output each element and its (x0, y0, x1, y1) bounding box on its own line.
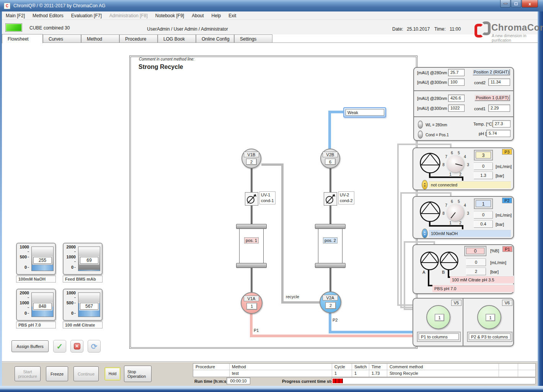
menu-main[interactable]: Main [F2] (6, 13, 25, 18)
time-label: Time: (434, 26, 446, 32)
tab-flowsheet[interactable]: Flowsheet (2, 34, 43, 43)
col-comment: Comment method (387, 364, 499, 370)
maximize-icon (514, 2, 518, 5)
gauge-bar: 69 (78, 247, 100, 271)
buffer-gauge-feed-label: Feed BMS mAb (63, 276, 103, 283)
refresh-button[interactable]: ⟳ (88, 340, 101, 353)
tab-procedure[interactable]: Procedure (119, 34, 158, 43)
close-button[interactable]: x (522, 0, 538, 8)
confirm-button[interactable]: ✓ (53, 340, 66, 353)
abs280-pos2-value: 25.7 (448, 69, 465, 76)
pump-p2-buffer-strip: 100mM NaOH (429, 230, 511, 237)
cond-source-setting: Cond = Pos.1 (426, 133, 449, 137)
pipe-p1-feed-top (404, 241, 435, 243)
cell-extra2 (518, 370, 535, 377)
tab-method[interactable]: Method (81, 34, 119, 43)
valve-v1b-label: V1B (244, 152, 259, 157)
valve-v1b-position: 2 (246, 158, 257, 165)
assign-buffers-button[interactable]: Assign Buffers (11, 340, 49, 352)
pump-p2-position-box[interactable]: 1 (474, 198, 493, 209)
pipe-recycle-top (261, 163, 283, 166)
col-procedure: Procedure (193, 364, 230, 370)
table-row[interactable]: test 1 1 1.73 Strong Recycle (193, 370, 535, 377)
panel-separator-2 (414, 116, 513, 117)
menu-about[interactable]: About (192, 13, 204, 18)
pump-p2-flow-value: 0 (474, 211, 493, 219)
valve-v5-mode-button[interactable]: P1 to columns (417, 332, 461, 342)
panel-separator-1 (414, 90, 513, 91)
menu-notebook[interactable]: Notebook [F9] (155, 13, 184, 18)
knob-number: 4 (464, 203, 466, 207)
valve-v2b-label: V2B (323, 152, 338, 157)
x-icon: ✕ (74, 343, 80, 350)
cond2-value: 11.34 (488, 78, 510, 86)
uv2-label: UV-2 cond-2 (338, 191, 354, 204)
uv1-label-line2: cond-1 (261, 198, 274, 204)
chromacon-logo-icon-gray (481, 21, 491, 35)
menu-help[interactable]: Help (212, 13, 221, 18)
procedure-status-table: Procedure Method Cycle Switch Time Comme… (193, 363, 536, 377)
gauge-scale-mid: 1000 (18, 301, 29, 310)
knob-number: 3 (467, 163, 469, 167)
wavelength-toggle[interactable] (418, 121, 423, 129)
knob-number: 8 (442, 211, 445, 216)
menu-exit[interactable]: Exit (228, 13, 236, 18)
pipe-p2-feed-bottom (400, 307, 413, 308)
tab-log-book[interactable]: LOG Book (158, 34, 196, 43)
knob-number: 4 (464, 155, 466, 159)
temp-value: 27.3 (492, 120, 510, 127)
pipe-p2-vertical (329, 313, 331, 333)
col-switch: Switch (352, 364, 369, 370)
time-value: 11:00 (450, 26, 461, 32)
abs300-pos1-label: [mAU] @300nm (417, 106, 447, 111)
pump-p3-position-box[interactable]: 3 (474, 150, 493, 160)
uv2-detector-icon (324, 192, 337, 206)
freeze-button[interactable]: Freeze (46, 366, 68, 381)
tab-curves[interactable]: Curves (43, 34, 81, 43)
pump-p1-gradient-box[interactable]: 0 (464, 246, 486, 256)
stop-operation-button[interactable]: Stop Operation (124, 366, 152, 382)
position2-button[interactable]: Position 2 (RIGHT) (473, 69, 510, 75)
app-icon: C (4, 3, 10, 9)
knob-number: 7 (445, 155, 447, 159)
pipe-p2-horizontal (329, 331, 413, 333)
p1-line-label: P1 (254, 328, 259, 333)
pipe-recycle-vertical (281, 163, 284, 304)
pipe-weak-vertical (328, 112, 331, 149)
pump-p3-flow-value: 0 (474, 163, 493, 170)
menu-evaluation[interactable]: Evaluation [F7] (71, 13, 102, 18)
pipe-column1-v1a (251, 268, 253, 292)
pump-p1-buffer-b-strip: 100 mM Citrate pH 3.5 (450, 276, 514, 283)
position1-button[interactable]: Position 1 (LEFT) (475, 95, 510, 101)
continue-button: Continue (73, 366, 99, 381)
cell-switch: 1 (352, 370, 369, 377)
maximize-button[interactable] (511, 0, 521, 8)
valve-v2a-label: V2A (323, 295, 338, 301)
pump-p1a-icon (420, 251, 439, 272)
pump-p2-buffer-spinner[interactable]: ▲▼ (422, 229, 428, 238)
knob-number: 1 (449, 221, 452, 225)
hold-button[interactable]: Hold (105, 368, 120, 380)
menu-administration: Administration [F8] (109, 13, 148, 18)
weak-outlet-input[interactable]: Weak (346, 109, 384, 116)
system-status-led (5, 23, 22, 32)
pump-p2-selector-knob[interactable]: 1 2 3 4 5 6 7 8 (443, 201, 470, 225)
pipe-p1-horizontal (250, 335, 413, 337)
tab-settings[interactable]: Settings (234, 34, 272, 43)
gauge-bar: 848 (31, 292, 54, 317)
cancel-button[interactable]: ✕ (70, 340, 83, 353)
pump-p3-badge: P3 (502, 149, 512, 155)
tab-online-config[interactable]: Online Config (196, 34, 234, 43)
pump-p2-position-value: 1 (476, 200, 491, 207)
minimize-button[interactable] (500, 0, 510, 8)
pipe-p1-feed-vertical (404, 241, 405, 310)
pipe-p3-feed-top (397, 144, 452, 145)
pump-p1-badge: P1 (502, 246, 512, 252)
menu-method-editors[interactable]: Method Editors (33, 13, 64, 18)
valve-v6-mode-button[interactable]: P2 & P3 to columns (467, 332, 512, 342)
pump-p3-buffer-spinner[interactable]: ▲▼ (422, 180, 428, 189)
pipe-p2-feed-top (400, 192, 452, 194)
gauge-scale-max: 1000 (18, 245, 29, 254)
pump-p3-selector-knob[interactable]: 1 2 3 4 5 6 7 8 (443, 152, 470, 177)
cond-source-toggle[interactable] (418, 131, 423, 139)
